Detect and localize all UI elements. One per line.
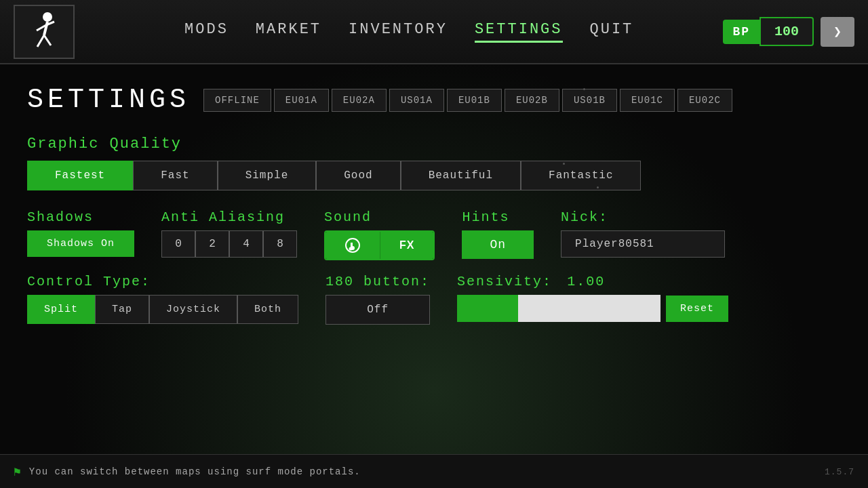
control-type-label: Control Type: <box>27 274 298 289</box>
sound-music-button[interactable] <box>326 232 380 259</box>
flag-icon: ⚑ <box>14 464 21 479</box>
sound-buttons: FX <box>324 230 435 260</box>
hints-label: Hints <box>462 209 534 225</box>
control-type-buttons: Split Tap Joystick Both <box>27 295 298 324</box>
sound-group: Sound FX <box>324 209 435 260</box>
server-tab-eu01a[interactable]: EU01A <box>274 89 329 112</box>
nick-group: Nick: <box>561 209 725 258</box>
server-tab-us01b[interactable]: US01B <box>562 89 617 112</box>
shadows-button[interactable]: Shadows On <box>27 230 134 257</box>
sensitivity-slider[interactable] <box>457 295 660 322</box>
aa-8[interactable]: 8 <box>263 230 297 258</box>
graphic-quality-label: Graphic Quality <box>27 136 841 152</box>
svg-point-0 <box>43 12 52 22</box>
control-both[interactable]: Both <box>237 295 298 324</box>
control-joystick[interactable]: Joystick <box>149 295 237 324</box>
button-180-button[interactable]: Off <box>326 295 430 325</box>
svg-line-3 <box>44 35 51 45</box>
bp-area: BP 100 ❯ <box>723 17 854 47</box>
server-tab-eu01c[interactable]: EU01C <box>620 89 675 112</box>
nav-settings[interactable]: SETTINGS <box>475 21 563 43</box>
server-tabs: OFFLINE EU01A EU02A US01A EU01B EU02B US… <box>203 89 732 112</box>
main-content: SETTINGS OFFLINE EU01A EU02A US01A EU01B… <box>0 64 868 345</box>
aa-2[interactable]: 2 <box>195 230 229 258</box>
slider-empty-portion <box>518 295 660 322</box>
quality-beautiful[interactable]: Beautiful <box>401 161 521 190</box>
button-180-group: 180 button: Off <box>326 274 430 325</box>
quality-simple[interactable]: Simple <box>218 161 317 190</box>
shadows-group: Shadows Shadows On <box>27 209 134 257</box>
sensitivity-group: Sensivity: 1.00 Reset <box>457 274 728 322</box>
server-tab-eu02a[interactable]: EU02A <box>332 89 387 112</box>
nick-label: Nick: <box>561 209 725 225</box>
sensitivity-slider-row: Reset <box>457 295 728 322</box>
svg-line-2 <box>37 35 44 47</box>
hints-button[interactable]: On <box>462 230 534 259</box>
button-180-label: 180 button: <box>326 274 430 289</box>
shadows-label: Shadows <box>27 209 134 225</box>
top-nav: MODS MARKET INVENTORY SETTINGS QUIT BP 1… <box>0 0 868 64</box>
server-tab-us01a[interactable]: US01A <box>389 89 444 112</box>
aa-buttons: 0 2 4 8 <box>161 230 297 258</box>
quality-good[interactable]: Good <box>316 161 400 190</box>
sound-label: Sound <box>324 209 435 225</box>
slider-filled-portion <box>457 295 518 322</box>
version-text: 1.5.7 <box>825 467 854 477</box>
nav-inventory[interactable]: INVENTORY <box>349 21 448 43</box>
bp-label: BP <box>723 20 760 44</box>
page-title: SETTINGS <box>27 85 190 115</box>
nav-quit[interactable]: QUIT <box>590 21 634 43</box>
server-tab-offline[interactable]: OFFLINE <box>203 89 271 112</box>
nav-mods[interactable]: MODS <box>184 21 229 43</box>
control-split[interactable]: Split <box>27 295 95 324</box>
aa-group: Anti Aliasing 0 2 4 8 <box>161 209 297 258</box>
nick-input[interactable] <box>561 230 725 258</box>
svg-point-7 <box>349 247 353 251</box>
reset-button[interactable]: Reset <box>666 296 728 322</box>
aa-label: Anti Aliasing <box>161 209 297 225</box>
nav-arrow-button[interactable]: ❯ <box>821 17 854 47</box>
bottom-bar: ⚑ You can switch between maps using surf… <box>0 454 868 488</box>
hints-group: Hints On <box>462 209 534 259</box>
control-type-group: Control Type: Split Tap Joystick Both <box>27 274 298 324</box>
quality-fantastic[interactable]: Fantastic <box>521 161 641 190</box>
server-tab-eu01b[interactable]: EU01B <box>447 89 502 112</box>
sensitivity-label: Sensivity: 1.00 <box>457 274 728 289</box>
nav-links: MODS MARKET INVENTORY SETTINGS QUIT <box>95 21 723 43</box>
sound-fx-button[interactable]: FX <box>380 232 433 259</box>
logo <box>14 5 75 59</box>
quality-fastest[interactable]: Fastest <box>27 161 133 190</box>
sensitivity-value: 1.00 <box>567 274 605 289</box>
settings-header-row: SETTINGS OFFLINE EU01A EU02A US01A EU01B… <box>27 85 841 115</box>
quality-fast[interactable]: Fast <box>133 161 217 190</box>
bottom-tip: You can switch between maps using surf m… <box>29 466 361 477</box>
aa-4[interactable]: 4 <box>229 230 263 258</box>
bp-value: 100 <box>760 17 814 46</box>
aa-0[interactable]: 0 <box>161 230 195 258</box>
nav-market[interactable]: MARKET <box>256 21 321 43</box>
server-tab-eu02b[interactable]: EU02B <box>505 89 559 112</box>
server-tab-eu02c[interactable]: EU02C <box>677 89 732 112</box>
quality-buttons: Fastest Fast Simple Good Beautiful Fanta… <box>27 161 841 190</box>
control-row: Control Type: Split Tap Joystick Both 18… <box>27 274 841 325</box>
control-tap[interactable]: Tap <box>95 295 149 324</box>
settings-middle-row: Shadows Shadows On Anti Aliasing 0 2 4 8… <box>27 209 841 260</box>
